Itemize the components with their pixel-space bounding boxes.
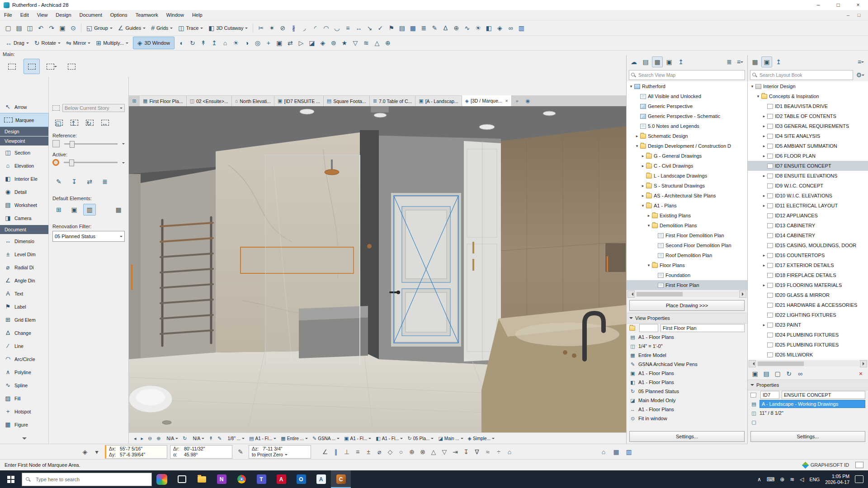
- view-properties-header[interactable]: View Properties: [627, 313, 747, 324]
- worksheet-tool[interactable]: ▤Worksheet: [0, 198, 48, 211]
- view-name-field[interactable]: First Floor Plan: [660, 324, 745, 332]
- tab-capture-button[interactable]: ◉: [523, 96, 533, 106]
- override[interactable]: ◧ A1 - Floor Plans: [627, 378, 747, 387]
- vmap[interactable]: ▦: [652, 56, 663, 67]
- layout[interactable]: ▸ ID6 FLOOR PLAN: [748, 151, 868, 161]
- zoomin[interactable]: ⊕: [154, 433, 163, 443]
- pmenu[interactable]: ≡: [735, 56, 745, 67]
- file-explorer[interactable]: [192, 470, 212, 488]
- layout-book-search[interactable]: [750, 70, 853, 80]
- layout-properties-header[interactable]: Properties: [748, 380, 868, 390]
- taskbar-search[interactable]: [22, 473, 152, 486]
- expander-icon[interactable]: ▸: [640, 193, 646, 198]
- expander-icon[interactable]: ▸: [640, 154, 646, 158]
- structure[interactable]: ▦ Entire Model: [627, 351, 747, 360]
- help[interactable]: Help: [188, 10, 207, 20]
- align[interactable]: ⇄: [285, 38, 296, 48]
- layout[interactable]: ▸ ID23 PAINT: [748, 320, 868, 330]
- tr-down[interactable]: ▽: [439, 447, 449, 457]
- expander-icon[interactable]: ▾: [628, 84, 634, 89]
- layout[interactable]: ID1 BEAUVISTA DRIVE: [748, 101, 868, 111]
- marquee-rotated-mode[interactable]: [43, 59, 60, 74]
- layout-settings-button[interactable]: Settings...: [750, 431, 865, 442]
- renovation-filter-select[interactable]: 05 Planned Status: [52, 231, 125, 242]
- project[interactable]: ▾ Rutherford: [627, 81, 747, 91]
- tr-drop[interactable]: ↧: [461, 447, 471, 457]
- scroll-left-icon[interactable]: [627, 291, 635, 298]
- marquee-poly-mode[interactable]: [24, 59, 40, 74]
- dim-tool[interactable]: ↔Dimensio: [0, 235, 48, 248]
- zoomfit[interactable]: ⊙ Fit in window: [627, 414, 747, 423]
- fillet[interactable]: ◠: [321, 23, 331, 33]
- rotate[interactable]: ↻Rotate: [32, 37, 63, 49]
- fill-tool[interactable]: ▨Fill: [0, 392, 48, 405]
- de-col[interactable]: ▥: [83, 204, 96, 216]
- folder[interactable]: ▾ Demolition Plans: [627, 221, 747, 230]
- tab-ws[interactable]: ≣ 7.0 Table of C...: [370, 96, 416, 106]
- scroll-right-icon[interactable]: [739, 291, 746, 298]
- tab-layout[interactable]: ▣ [A - Landscap...: [415, 96, 462, 106]
- wifi[interactable]: ≋: [790, 477, 794, 482]
- redo[interactable]: ↷: [46, 23, 57, 33]
- orbit[interactable]: ↻: [187, 38, 198, 48]
- maximize-button[interactable]: □: [828, 0, 848, 10]
- grids[interactable]: #Grids: [148, 22, 175, 34]
- xopts[interactable]: ≣: [99, 176, 111, 188]
- mq-rotate[interactable]: ↻: [83, 117, 96, 128]
- detail-tool[interactable]: ◉Detail: [0, 185, 48, 198]
- find[interactable]: ⊙: [68, 23, 79, 33]
- layout[interactable]: ID9 W.I.C. CONCEPT: [748, 181, 868, 191]
- faucet-handle-2[interactable]: [572, 353, 576, 358]
- tr-par[interactable]: ∥: [331, 447, 341, 457]
- marquee-box-mode[interactable]: [63, 59, 80, 74]
- schedule[interactable]: ▦: [407, 23, 418, 33]
- layout-book-search-input[interactable]: [759, 72, 851, 78]
- 3d-window-button[interactable]: ◈ 3D Window: [133, 37, 175, 49]
- pens[interactable]: ✎ GSNA Archicad View Pens: [627, 360, 747, 369]
- expander-icon[interactable]: ▸: [761, 154, 767, 158]
- start-button[interactable]: [0, 470, 22, 488]
- label-tool[interactable]: ⚑Label: [0, 300, 48, 313]
- lbook[interactable]: ▣: [664, 56, 675, 67]
- hotlink[interactable]: ∞: [505, 23, 516, 33]
- energy[interactable]: ☀: [472, 23, 483, 33]
- archicad-28[interactable]: C: [331, 470, 351, 488]
- tab-overflow-button[interactable]: »: [512, 96, 523, 106]
- layout[interactable]: ID25 PLUMBING FIXTURES: [748, 340, 868, 350]
- tr-slope[interactable]: ∇: [472, 447, 482, 457]
- view[interactable]: 5.0 Notes and Legends: [627, 121, 747, 131]
- tr-circ[interactable]: ○: [396, 447, 406, 457]
- tab-sched[interactable]: ▤ Square Foota...: [324, 96, 370, 106]
- section-tool[interactable]: ◫Section: [0, 146, 48, 159]
- tab-section[interactable]: ◫ 02 <Ensuite>...: [187, 96, 232, 106]
- outlook[interactable]: O: [291, 470, 311, 488]
- mirror[interactable]: ⇋Mirror: [63, 37, 93, 49]
- angledim-tool[interactable]: ∠Angle Din: [0, 274, 48, 287]
- layout[interactable]: ID7 ENSUITE CONCEPT: [748, 161, 868, 171]
- fav[interactable]: ★: [339, 38, 350, 48]
- tr-div[interactable]: ÷: [494, 447, 504, 457]
- layout[interactable]: ▸ ID8 ENSUITE ELEVATIONS: [748, 171, 868, 181]
- window[interactable]: Window: [162, 10, 188, 20]
- layout[interactable]: ID15 CASING, MOULDINGS, DOOR: [748, 240, 868, 250]
- elevation-tool[interactable]: ⌂Elevation: [0, 159, 48, 172]
- expander-icon[interactable]: ▸: [640, 183, 646, 188]
- mq-copy[interactable]: ◱: [52, 117, 65, 128]
- options[interactable]: Options: [106, 10, 132, 20]
- orbitq[interactable]: ↻: [180, 433, 189, 443]
- tracker-menu[interactable]: ◈: [80, 446, 90, 457]
- spline-tool[interactable]: ∿Spline: [0, 379, 48, 392]
- active-story-icon[interactable]: [52, 159, 59, 166]
- view3d[interactable]: Generic Perspective: [627, 101, 747, 111]
- close-button[interactable]: ×: [848, 0, 868, 10]
- marquee-tool[interactable]: Marquee: [0, 113, 48, 127]
- interior-tool[interactable]: ◧Interior Ele: [0, 172, 48, 185]
- chamfer[interactable]: ◡: [331, 23, 342, 33]
- wand[interactable]: ✶: [266, 23, 277, 33]
- newsub[interactable]: ▤: [761, 369, 771, 378]
- notification-center-icon[interactable]: [855, 475, 863, 483]
- transfer[interactable]: ⇄: [83, 176, 96, 188]
- pmap[interactable]: ▤: [640, 56, 651, 67]
- layout[interactable]: ID26 MILLWORK: [748, 350, 868, 360]
- sect3d[interactable]: ◪: [307, 38, 317, 48]
